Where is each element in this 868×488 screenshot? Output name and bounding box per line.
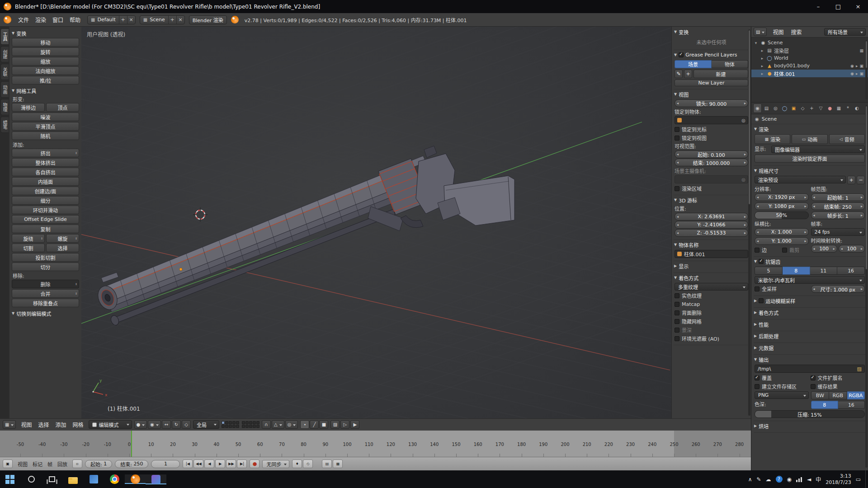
restrict-select-icon[interactable]: ▸ bbox=[856, 64, 858, 68]
tool-button[interactable]: Offset Edge Slide bbox=[12, 215, 79, 224]
file-format-dropdown[interactable]: PNG bbox=[755, 391, 809, 399]
increment-arrow-icon[interactable]: ▸ bbox=[803, 194, 808, 201]
pivot-center-dropdown[interactable]: ◉ bbox=[148, 420, 161, 429]
add-layout-button[interactable]: + bbox=[119, 16, 127, 24]
tool-button[interactable]: 投影切割 bbox=[12, 253, 79, 262]
tool-shelf-tab[interactable]: 蜡笔 bbox=[0, 117, 9, 133]
action-center-icon[interactable]: ▭ bbox=[856, 476, 861, 483]
network-icon[interactable] bbox=[796, 477, 802, 482]
tool-button[interactable]: 顶点 bbox=[46, 103, 79, 112]
layer-toggle[interactable] bbox=[249, 425, 252, 428]
resolution-percentage-slider[interactable]: 50% bbox=[755, 211, 809, 219]
previous-keyframe-button[interactable]: ◀◀ bbox=[193, 460, 203, 468]
data-tab-icon[interactable]: ▽ bbox=[816, 103, 825, 113]
segment-button[interactable]: 8 bbox=[783, 267, 810, 275]
panel-header[interactable]: ▼抗锯齿 bbox=[754, 258, 865, 265]
local-camera-field[interactable]: ◎ bbox=[675, 175, 748, 183]
aspect-y-field[interactable]: ◂Y: 1.000▸ bbox=[755, 237, 809, 245]
snap-magnet-icon[interactable]: ∩ bbox=[262, 420, 271, 429]
tool-button[interactable]: 复制 bbox=[12, 225, 79, 233]
layers-widget[interactable] bbox=[222, 421, 259, 428]
pen-input-icon[interactable]: ✎ bbox=[756, 476, 761, 483]
tool-button[interactable]: 移动 bbox=[12, 38, 79, 47]
increment-arrow-icon[interactable]: ▸ bbox=[803, 203, 808, 210]
viewport-editor-type-button[interactable]: ▦ bbox=[3, 420, 16, 429]
ime-mode-indicator[interactable]: 中 bbox=[816, 475, 821, 483]
outliner-display-dropdown[interactable]: 所有场景 bbox=[824, 28, 866, 36]
render-display-dropdown[interactable]: 图像编辑器 bbox=[771, 145, 865, 153]
full-sample-checkbox[interactable] bbox=[755, 286, 760, 291]
output-path-field[interactable]: /tmp\▨ bbox=[755, 365, 865, 373]
outliner-scrollbar[interactable] bbox=[865, 40, 868, 99]
frame-start-field[interactable]: ◂起始帧: 1▸ bbox=[811, 193, 865, 201]
render-button[interactable]: ▦渲染 bbox=[755, 134, 790, 144]
segment-button[interactable]: 5 bbox=[755, 267, 783, 275]
border-checkbox[interactable] bbox=[755, 248, 760, 253]
panel-header[interactable]: ▶显示 bbox=[674, 262, 749, 270]
tool-button[interactable]: 随机 bbox=[12, 131, 79, 140]
segment-button[interactable]: 8 bbox=[811, 401, 838, 409]
menu-item[interactable]: 搜索 bbox=[788, 27, 804, 37]
increment-arrow-icon[interactable]: ▸ bbox=[803, 229, 808, 235]
timeline-ruler[interactable]: -50-40-30-20-100102030405060708090100110… bbox=[0, 430, 751, 457]
tool-button[interactable]: 推/拉 bbox=[12, 76, 79, 84]
increment-arrow-icon[interactable]: ▸ bbox=[831, 245, 837, 252]
preset-dropdown[interactable]: 渲染预设 bbox=[755, 176, 846, 183]
constraints-tab-icon[interactable]: ◇ bbox=[798, 103, 807, 113]
placeholders-checkbox[interactable] bbox=[755, 384, 760, 389]
current-frame-field[interactable]: 1 bbox=[151, 460, 180, 468]
blender-menu-icon[interactable] bbox=[4, 16, 11, 23]
photos-app-icon[interactable] bbox=[83, 474, 104, 484]
increment-arrow-icon[interactable]: ▸ bbox=[742, 100, 748, 107]
opengl-render-icon[interactable]: ▷ bbox=[340, 420, 349, 429]
decrement-arrow-icon[interactable]: ◂ bbox=[675, 221, 680, 228]
segment-button[interactable]: 物体 bbox=[712, 60, 748, 68]
menu-item[interactable]: 视图 bbox=[770, 27, 786, 37]
time-remap-old-field[interactable]: ◂100▸ bbox=[811, 245, 837, 253]
eyedropper-icon[interactable]: ◎ bbox=[741, 177, 745, 182]
panel-header[interactable]: ▼渲染 bbox=[754, 125, 865, 133]
tool-button[interactable]: 删除⇕ bbox=[12, 280, 79, 288]
keyframe-delete-icon[interactable]: ◇ bbox=[303, 460, 313, 468]
layer-toggle[interactable] bbox=[232, 425, 236, 428]
checkbox[interactable] bbox=[675, 302, 679, 307]
decrement-arrow-icon[interactable]: ◂ bbox=[755, 229, 760, 235]
panel-header[interactable]: ▼着色方式 bbox=[674, 274, 749, 282]
tool-button[interactable]: 缩放 bbox=[12, 57, 79, 66]
viewport-shading-dropdown[interactable]: ● bbox=[134, 420, 147, 429]
panel-header[interactable]: ▼输出 bbox=[754, 356, 865, 363]
timeline-editor-type-button[interactable]: ▣ bbox=[3, 460, 13, 468]
plus-icon[interactable]: + bbox=[684, 70, 692, 78]
tool-button[interactable]: 各自挤出 bbox=[12, 168, 79, 176]
render-animation-button[interactable]: ▭动画 bbox=[792, 134, 827, 144]
render-engine-dropdown[interactable]: Blender 渲染 bbox=[189, 15, 227, 24]
cursor-y-field[interactable]: ◂Y: -2.41066▸ bbox=[675, 221, 748, 229]
object-tab-icon[interactable]: ▣ bbox=[789, 103, 798, 113]
resolution-y-field[interactable]: ◂Y: 1080 px▸ bbox=[755, 202, 809, 210]
outliner-row[interactable]: ▸▤渲染层▦ bbox=[751, 47, 868, 54]
panel-header[interactable]: ▼Grease Pencil Layers bbox=[674, 51, 749, 59]
increment-arrow-icon[interactable]: ▸ bbox=[742, 159, 748, 166]
layer-toggle[interactable] bbox=[249, 421, 252, 424]
proportional-edit-dropdown[interactable]: ◎ bbox=[285, 420, 298, 429]
overwrite-checkbox[interactable] bbox=[755, 375, 760, 380]
viewport-3d[interactable]: x y 用户视图 (透视) (1) 柱体.001 bbox=[81, 27, 671, 418]
manipulator-scale-icon[interactable]: ◇ bbox=[182, 420, 191, 429]
tool-button[interactable]: 整体挤出 bbox=[12, 158, 79, 167]
aa-filter-dropdown[interactable]: 米歇尔-内卓瓦利 bbox=[755, 276, 865, 284]
help-icon[interactable]: ? bbox=[776, 476, 783, 483]
occlude-geometry-icon[interactable]: ▨ bbox=[330, 420, 340, 429]
material-tab-icon[interactable]: ● bbox=[826, 103, 834, 113]
layer-toggle[interactable] bbox=[253, 425, 256, 428]
restrict-render-icon[interactable]: ▣ bbox=[859, 71, 863, 76]
aspect-x-field[interactable]: ◂X: 1.000▸ bbox=[755, 228, 809, 236]
manipulator-rotate-icon[interactable]: ↻ bbox=[172, 420, 181, 429]
panel-header[interactable]: ▼规格尺寸 bbox=[754, 167, 865, 174]
layer-toggle[interactable] bbox=[242, 421, 245, 424]
jump-to-start-button[interactable]: |◀ bbox=[183, 460, 193, 468]
outliner-row[interactable]: ▸▲body001.body◉▸▣ bbox=[751, 62, 868, 70]
tool-button[interactable]: 移除重叠点 bbox=[12, 299, 79, 307]
tool-button[interactable]: 环切并滑动 bbox=[12, 206, 79, 214]
browse-scene-icon[interactable]: ▦ bbox=[143, 17, 147, 22]
lock-to-cursor-checkbox[interactable] bbox=[675, 127, 679, 132]
